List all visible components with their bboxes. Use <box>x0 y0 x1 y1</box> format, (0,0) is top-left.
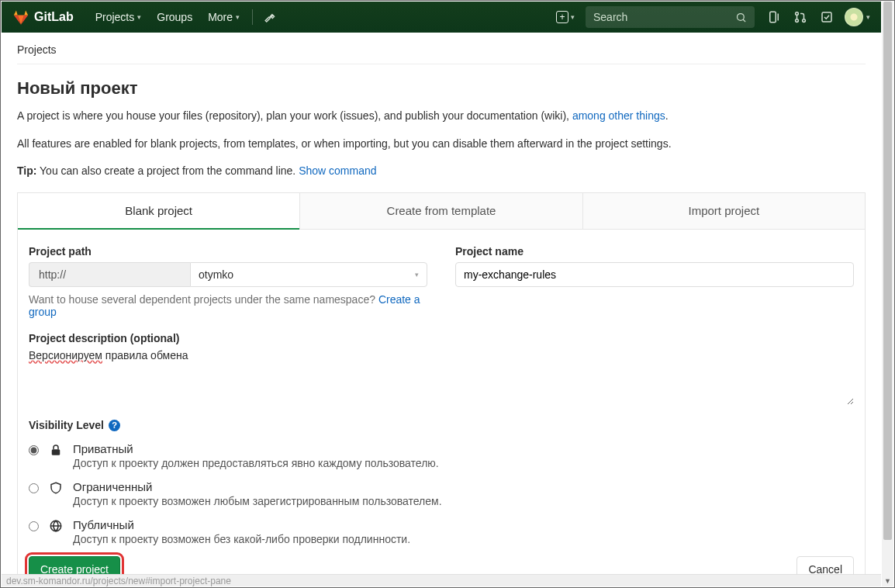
nav-groups[interactable]: Groups <box>149 2 200 33</box>
gitlab-logo-icon <box>12 9 29 26</box>
status-bar: dev.sm-komandor.ru/projects/new#import-p… <box>2 574 881 586</box>
project-path-label: Project path <box>29 245 427 258</box>
intro-text: A project is where you house your files … <box>17 108 866 180</box>
nav-groups-label: Groups <box>157 11 192 23</box>
search-icon <box>735 12 747 23</box>
show-command-link[interactable]: Show command <box>299 164 376 177</box>
scrollbar[interactable]: ▲ ▼ <box>882 2 893 586</box>
search-input[interactable] <box>593 11 735 23</box>
nav-more[interactable]: More ▾ <box>200 2 247 33</box>
lock-icon <box>48 443 64 460</box>
scrollbar-thumb[interactable] <box>883 2 892 540</box>
breadcrumb[interactable]: Projects <box>17 43 866 56</box>
chevron-down-icon: ▾ <box>866 13 870 21</box>
visibility-option-public[interactable]: Публичный Доступ к проекту возможен без … <box>29 518 854 545</box>
among-other-things-link[interactable]: among other things <box>572 109 665 122</box>
svg-rect-1 <box>770 12 776 22</box>
svg-point-2 <box>796 12 799 16</box>
chevron-down-icon: ▾ <box>137 13 141 21</box>
namespace-value: otymko <box>199 268 233 281</box>
help-icon[interactable]: ? <box>109 420 120 431</box>
visibility-label: Visibility Level <box>29 419 104 431</box>
nav-more-label: More <box>208 11 233 23</box>
visibility-radio-public[interactable] <box>29 521 39 531</box>
brand-text: GitLab <box>34 10 74 24</box>
project-path-prefix: http:// <box>29 262 190 287</box>
visibility-option-private[interactable]: Приватный Доступ к проекту должен предос… <box>29 442 854 469</box>
search-box[interactable] <box>586 6 755 28</box>
project-description-input[interactable]: Версионируем правила обмена <box>29 349 854 405</box>
chevron-down-icon: ▾ <box>236 13 240 21</box>
nav-projects-label: Projects <box>95 11 135 23</box>
project-description-label: Project description (optional) <box>29 332 854 344</box>
nav-projects[interactable]: Projects ▾ <box>88 2 150 33</box>
shield-icon <box>48 481 64 498</box>
globe-icon <box>48 519 64 536</box>
visibility-radio-internal[interactable] <box>29 483 39 493</box>
navbar: GitLab Projects ▾ Groups More ▾ + ▾ <box>2 2 881 33</box>
tabs: Blank project Create from template Impor… <box>17 192 866 230</box>
user-menu[interactable]: ▾ <box>840 2 875 33</box>
chevron-down-icon: ▾ <box>571 13 575 21</box>
tab-blank-project[interactable]: Blank project <box>18 193 299 230</box>
new-dropdown[interactable]: + ▾ <box>550 11 581 23</box>
nav-separator <box>252 9 253 25</box>
tab-create-from-template[interactable]: Create from template <box>299 193 582 230</box>
brand[interactable]: GitLab <box>12 9 74 26</box>
chevron-down-icon: ▾ <box>415 271 419 278</box>
svg-rect-5 <box>822 12 831 22</box>
visibility-option-internal[interactable]: Ограниченный Доступ к проекту возможен л… <box>29 480 854 507</box>
wrench-icon[interactable] <box>257 2 284 33</box>
visibility-radio-private[interactable] <box>29 445 39 455</box>
svg-point-3 <box>796 19 799 22</box>
svg-point-0 <box>738 13 745 20</box>
svg-rect-6 <box>52 449 60 455</box>
blank-project-pane: Project path http:// otymko ▾ Want to ho… <box>17 230 866 586</box>
todos-icon[interactable] <box>814 2 840 33</box>
svg-point-4 <box>803 19 806 22</box>
plus-icon: + <box>556 11 568 23</box>
merge-requests-icon[interactable] <box>787 2 814 33</box>
avatar <box>845 8 863 26</box>
project-name-input[interactable] <box>455 262 854 287</box>
issues-icon[interactable] <box>761 2 787 33</box>
namespace-select[interactable]: otymko ▾ <box>190 262 427 287</box>
divider <box>17 64 866 64</box>
tab-import-project[interactable]: Import project <box>582 193 865 230</box>
project-name-label: Project name <box>455 245 854 258</box>
scroll-down-icon[interactable]: ▼ <box>882 575 893 586</box>
page-title: Новый проект <box>17 78 866 99</box>
